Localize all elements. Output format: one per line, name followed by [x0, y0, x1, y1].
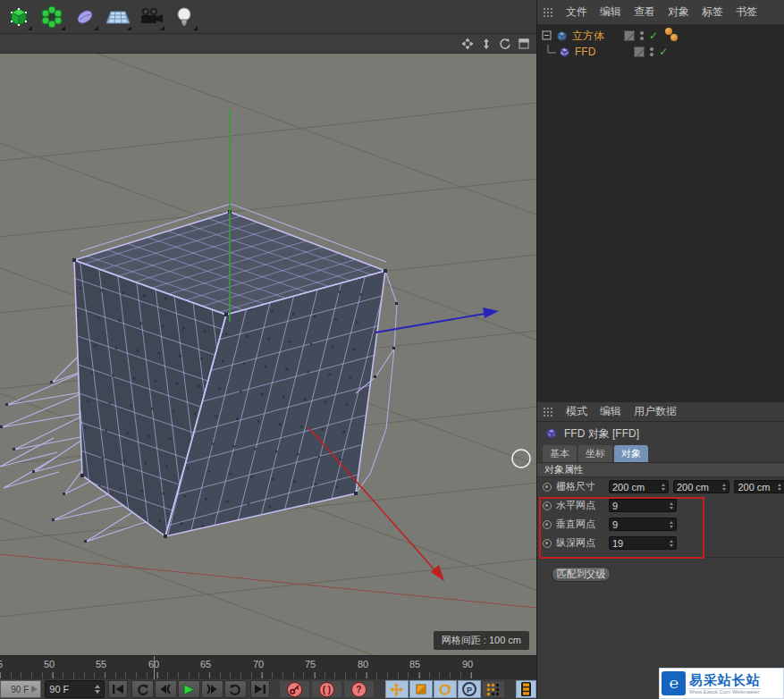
- ruler-tick: 45: [0, 659, 3, 670]
- field-stepper[interactable]: [670, 502, 673, 510]
- panel-handle-icon[interactable]: [543, 407, 553, 417]
- cube-primitive-button[interactable]: [3, 2, 34, 32]
- record-position-button[interactable]: [385, 680, 409, 698]
- c4d-window: 网格间距 : 100 cm 45 50 55 60 65 70 75 80 85…: [0, 0, 784, 699]
- grid-size-y-field[interactable]: 200 cm: [673, 480, 729, 493]
- goto-start-button[interactable]: [108, 680, 128, 698]
- create-toolbar: [0, 0, 536, 34]
- layer-toggle[interactable]: [634, 46, 645, 57]
- anim-dot-icon[interactable]: [543, 483, 552, 492]
- menu-file[interactable]: 文件: [566, 4, 587, 20]
- floor-environment-button[interactable]: [102, 2, 133, 32]
- tab-coordinates[interactable]: 坐标: [578, 445, 612, 462]
- record-key-icon: [287, 682, 302, 697]
- record-pla-button[interactable]: [482, 680, 505, 698]
- anim-dot-icon[interactable]: [543, 520, 552, 529]
- anim-dot-icon[interactable]: [543, 539, 552, 548]
- cube-object[interactable]: [72, 204, 398, 538]
- ruler-tick: 70: [253, 659, 264, 670]
- grid-size-z-field[interactable]: 200 cm: [734, 480, 784, 493]
- enabled-check-icon[interactable]: ✓: [659, 46, 668, 58]
- layer-toggle[interactable]: [624, 30, 635, 41]
- attribute-tabs: 基本 坐标 对象: [537, 445, 784, 462]
- tab-object[interactable]: 对象: [614, 445, 648, 462]
- watermark-logo-icon: ℮: [662, 671, 686, 695]
- visibility-dots[interactable]: [650, 47, 653, 56]
- object-manager-list[interactable]: 立方体 ✓ FFD: [537, 25, 784, 402]
- loop-back-button[interactable]: [131, 680, 154, 698]
- record-key-button[interactable]: [279, 680, 310, 698]
- menu-mode[interactable]: 模式: [566, 404, 587, 419]
- tab-basic[interactable]: 基本: [543, 445, 577, 462]
- field-stepper[interactable]: [670, 521, 673, 528]
- prev-key-button[interactable]: [155, 680, 177, 698]
- ruler-tick: 55: [96, 659, 106, 670]
- animation-help-button[interactable]: ?: [343, 680, 375, 698]
- ruler-tickmarks: [0, 672, 476, 678]
- menu-objects[interactable]: 对象: [668, 4, 689, 20]
- field-stepper[interactable]: [662, 484, 665, 491]
- object-tags[interactable]: [665, 31, 678, 41]
- record-parameter-button[interactable]: P: [458, 680, 481, 698]
- anim-dot-icon[interactable]: [543, 501, 552, 510]
- zoom-view-icon[interactable]: [479, 37, 493, 50]
- keyframe-selection-button[interactable]: [516, 680, 536, 698]
- z-axis: [375, 313, 490, 333]
- horizontal-points-field[interactable]: 9: [609, 499, 677, 512]
- object-row-ffd[interactable]: FFD ✓: [537, 44, 784, 60]
- object-name[interactable]: FFD: [575, 46, 595, 58]
- end-frame-stepper[interactable]: [95, 685, 100, 694]
- horizontal-points-label: 水平网点: [556, 499, 604, 512]
- record-scale-button[interactable]: [409, 680, 433, 698]
- perspective-viewport[interactable]: 网格间距 : 100 cm: [0, 54, 536, 655]
- vertical-points-value: 9: [612, 519, 618, 530]
- watermark: ℮ 易采站长站 Www.Easck.Com Webmaster: [659, 668, 784, 699]
- object-properties-header[interactable]: 对象属性: [537, 462, 784, 477]
- depth-points-field[interactable]: 19: [609, 536, 677, 550]
- field-stepper[interactable]: [670, 540, 673, 547]
- auto-key-button[interactable]: ( ): [311, 680, 342, 698]
- menu-edit[interactable]: 编辑: [600, 4, 621, 20]
- panel-handle-icon[interactable]: [543, 7, 553, 18]
- subdivision-surface-button[interactable]: [36, 2, 67, 32]
- menu-tags[interactable]: 标签: [702, 4, 723, 20]
- menu-userdata[interactable]: 用户数据: [634, 404, 677, 419]
- playhead[interactable]: [154, 656, 155, 680]
- end-frame-field[interactable]: 90 F: [45, 680, 104, 698]
- timeline-ruler[interactable]: 45 50 55 60 65 70 75 80 85 90 0 F: [0, 655, 536, 679]
- deformer-button[interactable]: [69, 2, 100, 32]
- range-slider-end[interactable]: 90 F: [0, 680, 41, 698]
- rotate-view-icon[interactable]: [498, 37, 512, 50]
- camera-button[interactable]: [135, 2, 166, 32]
- menu-view[interactable]: 查看: [634, 4, 655, 20]
- tree-branch-icon: [545, 45, 558, 59]
- svg-text:P: P: [467, 686, 472, 695]
- maximize-view-icon[interactable]: [517, 37, 531, 50]
- vertical-points-row: 垂直网点 9: [537, 515, 784, 534]
- light-button[interactable]: [168, 2, 199, 32]
- record-rotation-button[interactable]: [434, 680, 457, 698]
- grid-size-row: 栅格尺寸 200 cm 200 cm 200 cm: [537, 477, 784, 496]
- visibility-dots[interactable]: [640, 31, 644, 40]
- field-stepper[interactable]: [722, 484, 726, 491]
- loop-forward-button[interactable]: [224, 680, 247, 698]
- menu-edit[interactable]: 编辑: [600, 404, 621, 419]
- play-button[interactable]: [178, 680, 200, 698]
- depth-points-label: 纵深网点: [556, 536, 604, 550]
- goto-end-button[interactable]: [250, 680, 270, 698]
- attribute-title: FFD 对象 [FFD]: [564, 426, 639, 442]
- ruler-tick: 90: [462, 659, 473, 670]
- scale-icon: [415, 683, 427, 695]
- object-row-cube[interactable]: 立方体 ✓: [537, 28, 784, 44]
- menu-bookmarks[interactable]: 书签: [736, 4, 757, 20]
- vertical-points-field[interactable]: 9: [609, 518, 677, 531]
- fit-to-parent-button[interactable]: 匹配到父级: [552, 567, 611, 582]
- pan-view-icon[interactable]: [460, 37, 475, 50]
- next-key-button[interactable]: [201, 680, 223, 698]
- expander-icon[interactable]: [542, 30, 552, 41]
- enabled-check-icon[interactable]: ✓: [649, 29, 658, 42]
- object-name[interactable]: 立方体: [572, 29, 604, 44]
- field-stepper[interactable]: [778, 484, 781, 491]
- floor-icon: [105, 4, 131, 29]
- grid-size-x-field[interactable]: 200 cm: [609, 480, 669, 493]
